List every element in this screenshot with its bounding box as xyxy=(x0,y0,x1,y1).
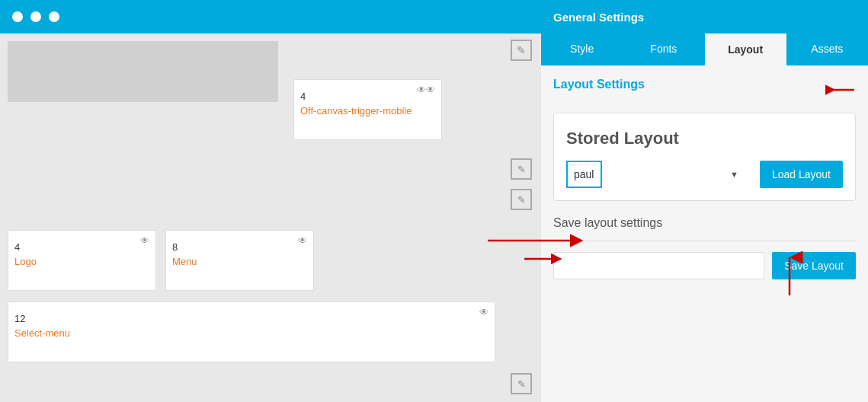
widget-name-menu: Menu xyxy=(172,256,307,267)
edit-icon-mid2[interactable]: ✎ xyxy=(511,189,532,210)
top-bar xyxy=(0,0,541,34)
widget-card-selectmenu: 👁 12 Select-menu xyxy=(8,302,495,362)
pencil-icon-mid2: ✎ xyxy=(517,194,526,206)
widget-num-selectmenu: 12 xyxy=(14,313,488,324)
layout-settings-title: Layout Settings xyxy=(553,78,645,91)
save-layout-section: Save layout settings Save Layout xyxy=(553,216,856,279)
layout-dropdown-wrapper: paul xyxy=(566,161,745,188)
load-layout-button[interactable]: Load Layout xyxy=(760,161,843,188)
canvas-area: ✎ 👁 4 Off-canvas-trigger-mobile ✎ ✎ 👁 4 … xyxy=(0,34,541,402)
widget-row-2: 👁 12 Select-menu xyxy=(8,302,495,362)
tabs-bar: Style Fonts Layout Assets xyxy=(541,34,868,65)
right-header: General Settings xyxy=(541,0,868,34)
widget-name-logo: Logo xyxy=(14,256,149,267)
left-panel: ✎ 👁 4 Off-canvas-trigger-mobile ✎ ✎ 👁 4 … xyxy=(0,0,541,402)
save-row: Save Layout xyxy=(553,252,856,279)
edit-icon-top[interactable]: ✎ xyxy=(511,40,532,61)
separator xyxy=(553,241,856,241)
edit-icon-mid1[interactable]: ✎ xyxy=(511,158,532,180)
right-panel: General Settings Style Fonts Layout Asse… xyxy=(541,0,868,402)
dot-3 xyxy=(49,11,59,22)
eye-icon-menu[interactable]: 👁 xyxy=(298,235,307,246)
eye-icon-selectmenu[interactable]: 👁 xyxy=(479,307,488,317)
layout-dropdown[interactable]: paul xyxy=(566,161,602,188)
save-layout-button[interactable]: Save Layout xyxy=(772,252,856,279)
widget-num-top: 4 xyxy=(300,91,435,102)
stored-layout-title: Stored Layout xyxy=(566,129,843,148)
tab-assets[interactable]: Assets xyxy=(786,34,868,65)
tab-style[interactable]: Style xyxy=(541,34,623,65)
widget-num-logo: 4 xyxy=(14,241,149,253)
red-arrow-connector xyxy=(524,248,562,270)
edit-icon-bottom[interactable]: ✎ xyxy=(511,373,532,394)
widget-name-selectmenu: Select-menu xyxy=(14,327,488,339)
red-arrow-left xyxy=(825,81,856,99)
widget-row-1: 👁 4 Logo 👁 8 Menu xyxy=(8,230,314,291)
pencil-icon-mid1: ✎ xyxy=(517,164,526,175)
tab-layout[interactable]: Layout xyxy=(705,34,786,65)
stored-layout-row: paul Load Layout xyxy=(566,161,843,188)
widget-card-top: 👁 4 Off-canvas-trigger-mobile xyxy=(293,79,442,140)
pencil-icon-bottom: ✎ xyxy=(517,378,526,390)
pencil-icon: ✎ xyxy=(517,44,526,56)
section-header: Layout Settings xyxy=(553,78,856,102)
right-content: Layout Settings Stored Layout paul xyxy=(541,65,868,402)
eye-icon-top[interactable]: 👁 xyxy=(417,85,435,95)
widget-card-menu: 👁 8 Menu xyxy=(165,230,314,291)
widget-num-menu: 8 xyxy=(172,241,307,253)
save-layout-title: Save layout settings xyxy=(553,216,856,230)
save-layout-input[interactable] xyxy=(553,252,764,279)
tab-fonts[interactable]: Fonts xyxy=(623,34,704,65)
eye-icon-logo[interactable]: 👁 xyxy=(140,235,149,246)
widget-name-top: Off-canvas-trigger-mobile xyxy=(300,105,435,116)
stored-layout-box: Stored Layout paul Load Layout xyxy=(553,113,856,201)
right-panel-title: General Settings xyxy=(553,11,644,24)
widget-card-logo: 👁 4 Logo xyxy=(8,230,156,291)
gray-placeholder xyxy=(8,41,278,102)
dot-2 xyxy=(30,11,41,22)
dot-1 xyxy=(12,11,23,22)
